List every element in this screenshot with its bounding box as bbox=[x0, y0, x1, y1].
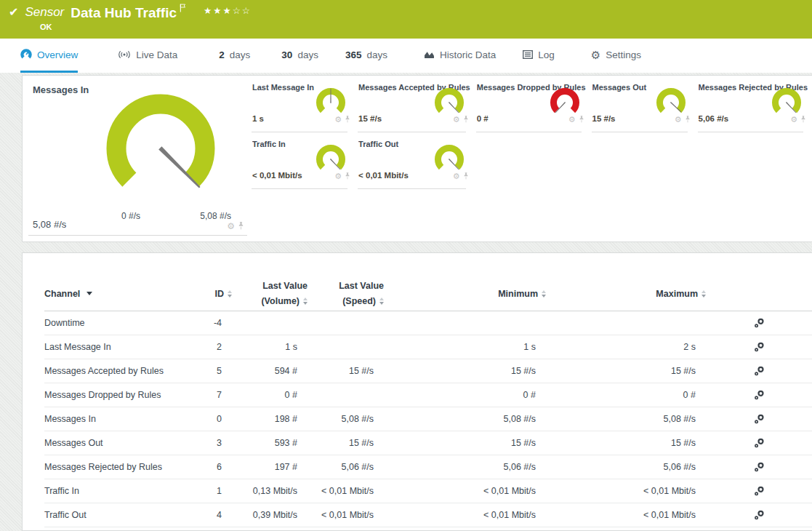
cell-maximum: < 0,01 Mbit/s bbox=[546, 486, 706, 496]
cell-last-value-volume: 593 # bbox=[232, 438, 307, 448]
column-header-minimum[interactable]: Minimum bbox=[384, 289, 546, 299]
star-filled-icon[interactable]: ★ bbox=[222, 6, 232, 16]
tab-bar: Overview Live Data 2days 30days 365days … bbox=[0, 39, 812, 73]
channel-gauge-card: Traffic In < 0,01 Mbit/s ⚙ bbox=[250, 132, 356, 189]
cell-channel: Messages Dropped by Rules bbox=[44, 390, 190, 400]
gauge-value: 15 #/s bbox=[358, 114, 382, 123]
cell-last-value-volume: 0 # bbox=[232, 390, 307, 400]
tab-365-days[interactable]: 365days bbox=[345, 39, 387, 73]
gauge-settings-gear-icon[interactable]: ⚙ bbox=[675, 116, 682, 124]
status-ok-check-icon: ✔ bbox=[9, 7, 18, 18]
cell-minimum: < 0,01 Mbit/s bbox=[384, 510, 546, 520]
column-header-last-value-volume[interactable]: Last Value (Volume) bbox=[232, 280, 307, 308]
gauge-value: < 0,01 Mbit/s bbox=[252, 171, 302, 180]
sort-desc-icon bbox=[87, 292, 92, 295]
channels-table-panel: Channel ID Last Value (Volume) Last Valu… bbox=[22, 252, 812, 531]
tab-30-days[interactable]: 30days bbox=[281, 39, 318, 73]
gauge-value: 1 s bbox=[252, 114, 264, 123]
channel-settings-icon[interactable] bbox=[706, 414, 812, 424]
cell-maximum: 0 # bbox=[546, 390, 706, 400]
channel-settings-icon[interactable] bbox=[706, 438, 812, 448]
cell-last-value-speed: < 0,01 Mbit/s bbox=[307, 486, 384, 496]
favorite-flag-icon[interactable] bbox=[180, 2, 186, 15]
area-chart-icon bbox=[424, 50, 435, 59]
gauge-settings-gear-icon[interactable]: ⚙ bbox=[334, 116, 342, 124]
cell-maximum: 5,06 #/s bbox=[546, 462, 706, 472]
channel-settings-icon[interactable] bbox=[706, 342, 812, 352]
pin-icon[interactable] bbox=[238, 220, 244, 233]
gauge-settings-gear-icon[interactable]: ⚙ bbox=[453, 116, 460, 124]
star-filled-icon[interactable]: ★ bbox=[204, 6, 213, 16]
cell-last-value-volume: 198 # bbox=[232, 414, 307, 424]
table-body: Downtime -4 Last Message In 2 1 s 1 bbox=[44, 311, 812, 527]
tab-log[interactable]: Log bbox=[523, 39, 555, 73]
page-title: Data Hub Traffic bbox=[71, 6, 177, 20]
divider bbox=[28, 235, 247, 236]
tab-2-days[interactable]: 2days bbox=[219, 39, 250, 73]
cell-maximum: 15 #/s bbox=[546, 366, 706, 376]
cell-channel: Downtime bbox=[44, 318, 190, 328]
gauge-settings-gear-icon[interactable]: ⚙ bbox=[227, 222, 235, 231]
cell-maximum: 5,08 #/s bbox=[546, 414, 706, 424]
cell-id: 0 bbox=[190, 414, 232, 424]
tab-settings[interactable]: ⚙ Settings bbox=[591, 39, 641, 73]
channel-settings-icon[interactable] bbox=[706, 366, 812, 376]
gauge-settings-gear-icon[interactable]: ⚙ bbox=[790, 116, 797, 124]
column-header-maximum[interactable]: Maximum bbox=[546, 289, 706, 299]
cell-id: 3 bbox=[190, 438, 232, 448]
cell-id: 1 bbox=[190, 486, 232, 496]
pin-icon[interactable] bbox=[685, 113, 691, 126]
column-header-id[interactable]: ID bbox=[190, 289, 232, 299]
gauge-settings-gear-icon[interactable]: ⚙ bbox=[453, 172, 460, 180]
priority-stars[interactable]: ★★★☆☆ bbox=[204, 5, 252, 16]
table-row: Last Message In 2 1 s 1 s 2 s bbox=[44, 335, 812, 359]
pin-icon[interactable] bbox=[579, 113, 584, 126]
channel-settings-icon[interactable] bbox=[706, 510, 812, 520]
cell-channel: Messages Rejected by Rules bbox=[44, 462, 190, 472]
cell-minimum: 5,08 #/s bbox=[384, 414, 546, 424]
cell-minimum: 15 #/s bbox=[384, 366, 546, 376]
table-row: Messages Out 3 593 # 15 #/s 15 #/s 15 #/… bbox=[44, 431, 812, 455]
star-empty-icon[interactable]: ☆ bbox=[233, 6, 242, 16]
cell-minimum: 5,06 #/s bbox=[384, 462, 546, 472]
column-header-channel[interactable]: Channel bbox=[44, 289, 190, 299]
cell-last-value-volume: 197 # bbox=[232, 462, 307, 472]
cell-last-value-speed: 15 #/s bbox=[307, 366, 384, 376]
gauge-scale-min: 0 #/s bbox=[121, 211, 140, 221]
cell-id: 4 bbox=[190, 510, 232, 520]
star-filled-icon[interactable]: ★ bbox=[213, 6, 222, 16]
tab-overview[interactable]: Overview bbox=[20, 39, 78, 73]
pin-icon[interactable] bbox=[345, 169, 350, 183]
channel-gauge-card: Last Message In 1 s ⚙ bbox=[250, 76, 356, 132]
gauge-icon bbox=[20, 49, 32, 60]
channel-settings-icon[interactable] bbox=[706, 486, 812, 496]
tab-historic-data[interactable]: Historic Data bbox=[424, 39, 496, 73]
channel-settings-icon[interactable] bbox=[706, 390, 812, 400]
cell-channel: Last Message In bbox=[44, 342, 190, 352]
sort-icon bbox=[702, 290, 706, 298]
sort-icon bbox=[379, 298, 384, 305]
main-gauge-card: Messages In 0 #/s 5,08 #/s 5,08 #/s ⚙ bbox=[23, 76, 250, 241]
live-broadcast-icon bbox=[118, 50, 131, 59]
cell-last-value-speed: 5,06 #/s bbox=[307, 462, 384, 472]
tab-live-data[interactable]: Live Data bbox=[118, 39, 177, 73]
channel-gauge-card: Messages Out 15 #/s ⚙ bbox=[590, 76, 696, 132]
pin-icon[interactable] bbox=[463, 169, 469, 183]
status-badge: OK bbox=[40, 23, 52, 31]
cell-minimum: 0 # bbox=[384, 390, 546, 400]
table-row: Messages Rejected by Rules 6 197 # 5,06 … bbox=[44, 455, 812, 479]
gauge-settings-gear-icon[interactable]: ⚙ bbox=[568, 116, 576, 124]
table-row: Messages Accepted by Rules 5 594 # 15 #/… bbox=[44, 359, 812, 383]
cell-maximum: 2 s bbox=[546, 342, 706, 352]
pin-icon[interactable] bbox=[463, 113, 469, 126]
channel-gauge-card: Messages Dropped by Rules 0 # ⚙ bbox=[475, 76, 590, 132]
pin-icon[interactable] bbox=[345, 113, 350, 126]
star-empty-icon[interactable]: ☆ bbox=[242, 6, 252, 16]
channel-settings-icon[interactable] bbox=[706, 318, 812, 328]
channel-gauge-card: Traffic Out < 0,01 Mbit/s ⚙ bbox=[356, 132, 475, 189]
gauge-settings-gear-icon[interactable]: ⚙ bbox=[334, 172, 342, 180]
column-header-last-value-speed[interactable]: Last Value (Speed) bbox=[307, 280, 384, 308]
cell-minimum: 1 s bbox=[384, 342, 546, 352]
channel-settings-icon[interactable] bbox=[706, 462, 812, 472]
pin-icon[interactable] bbox=[800, 113, 806, 126]
